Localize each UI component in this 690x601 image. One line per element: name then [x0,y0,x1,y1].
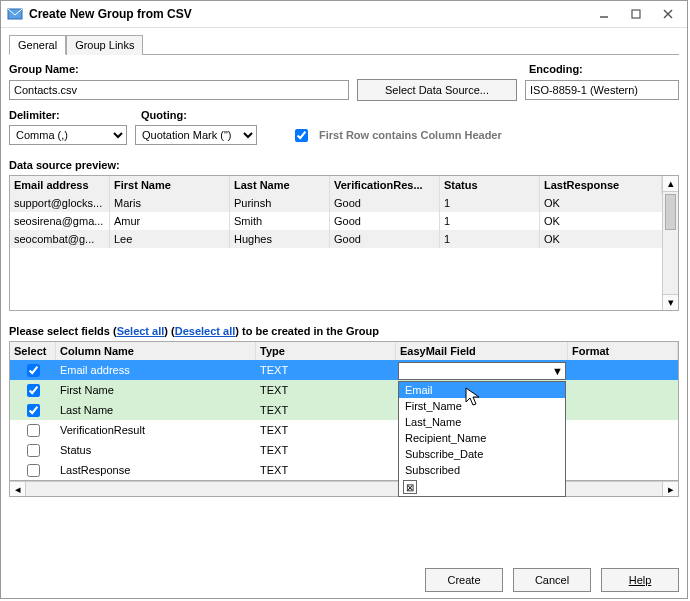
group-name-input[interactable] [9,80,349,100]
preview-col-verif[interactable]: VerificationRes... [330,176,440,194]
mapping-row[interactable]: LastResponseTEXT [10,460,678,480]
row-format[interactable] [568,388,678,392]
window-title: Create New Group from CSV [29,7,585,21]
tab-bar: General Group Links [9,34,679,55]
easymail-field-dropdown[interactable]: EmailFirst_NameLast_NameRecipient_NameSu… [398,381,566,497]
row-format[interactable] [568,408,678,412]
dropdown-item[interactable]: Subscribed [399,462,565,478]
group-name-label: Group Name: [9,63,349,75]
preview-label: Data source preview: [9,159,679,171]
select-data-source-button[interactable]: Select Data Source... [357,79,517,101]
mapping-hscroll[interactable]: ◂ ▸ [9,481,679,497]
row-select-checkbox[interactable] [27,444,40,457]
row-column-name: LastResponse [56,462,256,478]
dialog-window: Create New Group from CSV General Group … [0,0,688,599]
table-row[interactable]: seocombat@g... Lee Hughes Good 1 OK [10,230,678,248]
close-button[interactable] [655,5,681,23]
preview-vscroll[interactable]: ▴ ▾ [662,176,678,310]
map-col-type[interactable]: Type [256,342,396,360]
row-column-name: Status [56,442,256,458]
preview-col-last[interactable]: Last Name [230,176,330,194]
scroll-right-icon[interactable]: ▸ [662,482,678,496]
row-format[interactable] [568,468,678,472]
quoting-label: Quoting: [141,109,269,121]
row-type: TEXT [256,382,396,398]
preview-col-first[interactable]: First Name [110,176,230,194]
easymail-field-combo[interactable]: ▼ [398,362,566,380]
scroll-down-icon[interactable]: ▾ [663,294,678,310]
titlebar: Create New Group from CSV [1,1,687,28]
row-format[interactable] [568,448,678,452]
row-format[interactable] [568,428,678,432]
row-select-checkbox[interactable] [27,464,40,477]
delimiter-select[interactable]: Comma (,) [9,125,127,145]
dropdown-item[interactable]: Subscribe_Date [399,446,565,462]
preview-grid: Email address First Name Last Name Verif… [9,175,679,311]
row-column-name: VerificationResult [56,422,256,438]
row-select-checkbox[interactable] [27,384,40,397]
app-icon [7,6,23,22]
mapping-row[interactable]: Email addressTEXT [10,360,678,380]
dialog-footer: Create Cancel Help [1,558,687,598]
row-format[interactable] [568,368,678,372]
cancel-button[interactable]: Cancel [513,568,591,592]
select-all-link[interactable]: Select all [117,325,165,337]
deselect-all-link[interactable]: Deselect all [175,325,236,337]
row-type: TEXT [256,422,396,438]
table-row[interactable]: support@glocks... Maris Purinsh Good 1 O… [10,194,678,212]
field-select-label: Please select fields (Select all) (Desel… [9,325,679,337]
chevron-down-icon: ▼ [552,365,563,377]
dropdown-item[interactable]: First_Name [399,398,565,414]
tab-group-links[interactable]: Group Links [66,35,143,55]
tab-general[interactable]: General [9,35,66,55]
row-type: TEXT [256,442,396,458]
row-select-checkbox[interactable] [27,424,40,437]
map-col-field[interactable]: EasyMail Field [396,342,568,360]
svg-rect-2 [632,10,640,18]
first-row-checkbox[interactable] [295,129,308,142]
preview-body: support@glocks... Maris Purinsh Good 1 O… [10,194,678,248]
mapping-row[interactable]: StatusTEXT [10,440,678,460]
row-column-name: Last Name [56,402,256,418]
map-col-format[interactable]: Format [568,342,678,360]
mapping-row[interactable]: Last NameTEXT [10,400,678,420]
preview-col-status[interactable]: Status [440,176,540,194]
help-button[interactable]: Help [601,568,679,592]
scroll-thumb[interactable] [665,194,676,230]
encoding-label: Encoding: [529,63,679,75]
dropdown-close-icon[interactable]: ⊠ [403,480,417,494]
table-row[interactable]: seosirena@gma... Amur Smith Good 1 OK [10,212,678,230]
scroll-left-icon[interactable]: ◂ [10,482,26,496]
row-column-name: Email address [56,362,256,378]
quoting-select[interactable]: Quotation Mark (") [135,125,257,145]
minimize-button[interactable] [591,5,617,23]
row-type: TEXT [256,402,396,418]
encoding-input[interactable] [525,80,679,100]
mapping-row[interactable]: First NameTEXT [10,380,678,400]
dropdown-item[interactable]: Recipient_Name [399,430,565,446]
row-type: TEXT [256,362,396,378]
map-col-select[interactable]: Select [10,342,56,360]
delimiter-label: Delimiter: [9,109,133,121]
row-column-name: First Name [56,382,256,398]
row-type: TEXT [256,462,396,478]
dropdown-item[interactable]: Last_Name [399,414,565,430]
row-select-checkbox[interactable] [27,364,40,377]
map-col-column[interactable]: Column Name [56,342,256,360]
preview-col-email[interactable]: Email address [10,176,110,194]
maximize-button[interactable] [623,5,649,23]
preview-col-lastresp[interactable]: LastResponse [540,176,662,194]
first-row-label: First Row contains Column Header [319,129,502,141]
scroll-up-icon[interactable]: ▴ [663,176,678,192]
field-mapping-grid: Select Column Name Type EasyMail Field F… [9,341,679,497]
mapping-row[interactable]: VerificationResultTEXT [10,420,678,440]
dropdown-item[interactable]: Email [399,382,565,398]
row-select-checkbox[interactable] [27,404,40,417]
create-button[interactable]: Create [425,568,503,592]
